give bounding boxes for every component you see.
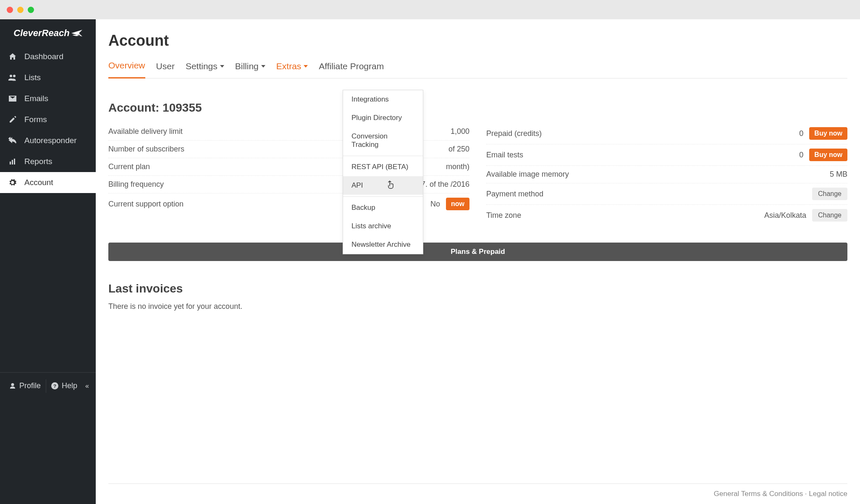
window-minimize-icon[interactable] [17,7,24,13]
kv-label: Email tests [486,151,799,159]
kv-value: month) [446,162,469,171]
tab-label: Billing [235,61,259,71]
sidebar-item-autoresponder[interactable]: Autoresponder [0,130,96,151]
help-icon: ? [51,382,58,389]
profile-link[interactable]: Profile [4,373,46,399]
main-content: Account OverviewUserSettingsBillingExtra… [96,19,860,504]
kv-value: 5 MB [830,170,847,179]
tab-settings[interactable]: Settings [186,61,224,78]
bars-icon [8,157,18,166]
dropdown-item-newsletter-archive[interactable]: Newsletter Archive [343,235,423,254]
window-maximize-icon[interactable] [28,7,34,13]
sidebar-nav: DashboardListsEmailsFormsAutoresponderRe… [0,46,96,193]
buy-now-button[interactable]: Buy now [809,149,847,161]
tab-affiliate-program[interactable]: Affiliate Program [319,61,384,78]
kv-value: 0 [799,151,803,159]
dropdown-item-rest-api-beta-[interactable]: REST API (BETA) [343,158,423,176]
sidebar-item-label: Emails [24,94,48,103]
dropdown-item-plugin-directory[interactable]: Plugin Directory [343,109,423,127]
kv-value: of 250 [448,145,469,154]
caret-down-icon [220,65,224,68]
profile-label: Profile [19,381,41,390]
kv-row: Available image memory5 MB [486,166,847,183]
sidebar-item-label: Account [24,178,53,187]
user-icon [9,383,16,389]
tab-billing[interactable]: Billing [235,61,265,78]
invoices-text: There is no invoice yet for your account… [108,302,847,311]
cursor-icon [387,180,394,191]
legal-link[interactable]: Legal notice [809,490,847,498]
svg-rect-1 [12,160,13,165]
sidebar-item-label: Reports [24,157,52,166]
dropdown-item-conversion-tracking[interactable]: Conversion Tracking [343,127,423,154]
dropdown-separator [343,196,423,197]
edit-icon [8,115,18,124]
kv-value: 0 [799,129,803,138]
sidebar-item-label: Lists [24,73,41,82]
sidebar: CleverReach DashboardListsEmailsFormsAut… [0,19,96,504]
reply-icon [8,136,18,145]
kv-label: Prepaid (credits) [486,129,799,138]
sidebar-item-label: Forms [24,115,47,124]
extras-dropdown: IntegrationsPlugin DirectoryConversion T… [343,90,423,254]
kv-label: Payment method [486,190,806,198]
paper-plane-icon [71,30,82,37]
kv-row: Prepaid (credits)0Buy now [486,123,847,144]
sidebar-item-dashboard[interactable]: Dashboard [0,46,96,67]
tab-user[interactable]: User [156,61,175,78]
kv-label: Time zone [486,211,764,220]
change-button[interactable]: Change [812,188,847,200]
terms-link[interactable]: General Terms & Conditions [714,490,803,498]
change-button[interactable]: Change [812,209,847,222]
sidebar-item-lists[interactable]: Lists [0,67,96,88]
kv-row: Email tests0Buy now [486,144,847,166]
tab-label: Affiliate Program [319,61,384,71]
page-footer: General Terms & Conditions · Legal notic… [108,483,847,504]
window-chrome [0,0,860,19]
sidebar-item-forms[interactable]: Forms [0,109,96,130]
brand-text: CleverReach [13,28,69,39]
sidebar-item-label: Dashboard [24,52,63,61]
dropdown-item-integrations[interactable]: Integrations [343,90,423,109]
kv-value: Asia/Kolkata [764,211,806,220]
collapse-sidebar-icon[interactable]: « [85,382,92,390]
sidebar-item-label: Autoresponder [24,136,77,145]
kv-row: Time zoneAsia/KolkataChange [486,205,847,226]
caret-down-icon [261,65,265,68]
dropdown-separator [343,156,423,156]
help-link[interactable]: ? Help [46,373,82,399]
plans-prepaid-button[interactable]: Plans & Prepaid [108,243,847,261]
dropdown-item-lists-archive[interactable]: Lists archive [343,217,423,235]
sidebar-footer: Profile ? Help « [0,372,96,399]
help-label: Help [62,381,77,390]
dropdown-item-api[interactable]: API [343,176,423,195]
tab-label: Extras [276,61,302,71]
caret-down-icon [304,65,308,68]
tab-extras[interactable]: Extras [276,61,308,78]
account-heading: Account: 109355 [108,101,847,115]
gear-icon [8,178,18,187]
tab-overview[interactable]: Overview [108,60,145,78]
page-title: Account [108,32,847,50]
tab-label: User [156,61,175,71]
now-button[interactable]: now [446,198,469,210]
envelope-icon [8,94,18,103]
home-icon [8,52,18,61]
svg-rect-0 [10,162,11,165]
tab-label: Overview [108,60,145,71]
invoices-title: Last invoices [108,282,847,295]
svg-rect-2 [14,159,15,165]
kv-label: Available image memory [486,170,830,179]
sidebar-item-reports[interactable]: Reports [0,151,96,172]
kv-value: 1,000 [451,127,469,136]
brand-logo: CleverReach [0,19,96,46]
buy-now-button[interactable]: Buy now [809,127,847,140]
account-tabs: OverviewUserSettingsBillingExtrasAffilia… [108,60,847,78]
window-close-icon[interactable] [7,7,13,13]
kv-value: No [430,200,440,209]
sidebar-item-emails[interactable]: Emails [0,88,96,109]
kv-row: Payment methodChange [486,183,847,205]
sidebar-item-account[interactable]: Account [0,172,96,193]
dropdown-item-backup[interactable]: Backup [343,198,423,217]
users-icon [8,73,18,82]
